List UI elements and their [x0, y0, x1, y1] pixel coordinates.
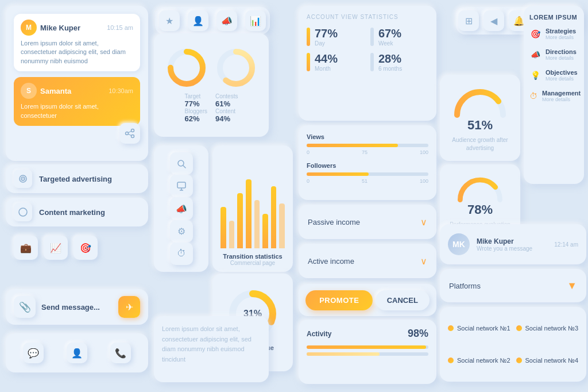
clip-icon: 📎	[14, 296, 36, 318]
views-max: 100	[420, 149, 428, 155]
list-label-1: Targeted advertising	[39, 175, 112, 183]
notif-avatar: MK	[448, 233, 470, 255]
toolbar-left: ★ 👤 📣 📊	[155, 7, 270, 34]
chat-icon[interactable]: 💬	[23, 343, 44, 363]
presentation-icon[interactable]	[170, 175, 193, 197]
list-item-targeted[interactable]: Targeted advertising	[6, 164, 148, 193]
followers-label: Followers	[307, 162, 428, 169]
avatar-mike: M	[21, 20, 37, 36]
stat-6months: 28% 6 months	[370, 52, 428, 72]
audience-arc	[454, 83, 506, 118]
back-icon[interactable]: ◀	[483, 10, 504, 31]
followers-track	[307, 172, 428, 176]
social-item-4: Social network №4	[516, 347, 579, 374]
menu-panel: LOREM IPSUM 🎯 Strategies More details 📣 …	[524, 6, 584, 184]
period-week: Week	[378, 40, 401, 47]
platforms-dropdown[interactable]: Platforms ▼	[440, 269, 586, 302]
active-income-dropdown[interactable]: Active income ∨	[299, 244, 436, 278]
svg-line-4	[129, 134, 131, 136]
target-label: Target	[185, 93, 207, 99]
active-arrow[interactable]: ∨	[420, 256, 427, 267]
target-val: 77%	[185, 99, 207, 108]
active-label: Active income	[308, 257, 354, 266]
directions-sub: More details	[546, 55, 577, 61]
timer-icon[interactable]: ⏱	[170, 243, 193, 265]
bottom-icons: 💬 👤 📞	[6, 333, 148, 372]
chat-panel: M Mike Kuper 10:15 am Lorem ipsum dolor …	[6, 6, 148, 161]
notif-name: Mike Kuper	[477, 237, 532, 245]
activity-fill-1	[307, 345, 426, 349]
chart2-icon[interactable]: 📈	[44, 236, 68, 260]
cancel-button[interactable]: CANCEL	[376, 290, 430, 310]
promote-button[interactable]: PROMOTE	[305, 290, 373, 310]
pct-week: 67%	[378, 27, 401, 40]
search-icon[interactable]	[170, 152, 193, 175]
avatar-samanta: S	[21, 83, 37, 99]
menu-item-objectives[interactable]: 💡 Objectives More details	[529, 69, 578, 82]
grid-icon[interactable]: ⊞	[458, 10, 479, 31]
chart-icon[interactable]: 📊	[245, 10, 266, 31]
chat-name-1: Mike Kuper	[40, 24, 80, 32]
menu-item-directions[interactable]: 📣 Directions More details	[529, 48, 578, 61]
target2-icon[interactable]: 🎯	[74, 236, 98, 260]
stat-grid: 77% Day 67% Week 44% Month 28% 6 months	[307, 27, 428, 72]
passive-arrow[interactable]: ∨	[420, 217, 427, 228]
platforms-arrow[interactable]: ▼	[567, 280, 577, 292]
views-followers-panel: Views 0 75 100 Followers 0 51 100	[299, 125, 436, 200]
chat-message-1: M Mike Kuper 10:15 am Lorem ipsum dolor …	[14, 14, 140, 71]
objectives-icon: 💡	[529, 71, 541, 80]
transition-sub: Commercial page	[230, 260, 275, 266]
send-button[interactable]: ✈	[118, 296, 140, 318]
lorem-text-panel: Lorem ipsum dolor sit amet, consectetuer…	[154, 316, 269, 382]
notif-sub: Wrote you a message	[477, 245, 532, 252]
briefcase-icon[interactable]: 💼	[14, 236, 38, 260]
network-icon[interactable]	[119, 123, 140, 144]
svg-line-3	[129, 131, 131, 133]
social-networks-panel: Social network №1 Social network №3 Soci…	[440, 307, 586, 382]
donut-target	[166, 47, 207, 89]
action-panel: PROMOTE CANCEL	[299, 284, 436, 316]
gear-icon[interactable]: ⚙	[170, 220, 193, 243]
star-icon[interactable]: ★	[159, 10, 180, 31]
megaphone-icon[interactable]: 📣	[216, 10, 237, 31]
phone-icon[interactable]: 📞	[110, 343, 131, 363]
account-title: ACCOUNT VIEW STATISTICS	[307, 14, 428, 20]
dot-2	[448, 358, 454, 363]
bar-8	[279, 203, 285, 248]
chat-message-2: S Samanta 10:30am Lorem ipsum dolor sit …	[14, 77, 140, 126]
pct-month: 44%	[315, 52, 338, 66]
menu-item-management[interactable]: ⏱ Management More details	[529, 90, 578, 102]
views-track	[307, 144, 428, 147]
activity-label: Activity	[307, 330, 331, 338]
donut-chart-panel: Target 77% Bloggers 62% Contests 61% Con…	[154, 33, 269, 137]
period-month: Month	[315, 66, 338, 72]
views-label: Views	[307, 133, 428, 140]
chat-text-1: Lorem ipsum dolor sit amet, consectetuer…	[21, 39, 133, 66]
menu-title: LOREM IPSUM	[529, 14, 578, 21]
contests-label: Contests	[215, 93, 238, 99]
list-item-content[interactable]: Content marketing	[6, 198, 148, 226]
list-label-2: Content marketing	[39, 208, 105, 217]
audience-panel: 51% Audience growth after advertising	[440, 75, 520, 161]
perf-pct: 78%	[467, 202, 493, 217]
pct-day: 77%	[315, 27, 338, 40]
bar-6months	[370, 53, 374, 71]
views-mid: 75	[362, 149, 368, 155]
stat-month: 44% Month	[307, 52, 365, 72]
bar-chart	[220, 179, 285, 248]
views-min: 0	[307, 149, 310, 155]
passive-income-dropdown[interactable]: Passive income ∨	[299, 205, 436, 239]
followers-nums: 0 51 100	[307, 178, 428, 184]
user-icon[interactable]: 👤	[188, 10, 208, 31]
user2-icon[interactable]: 👤	[67, 343, 87, 363]
views-nums: 0 75 100	[307, 149, 428, 155]
bloggers-val: 62%	[185, 114, 207, 123]
megaphone2-icon[interactable]: 📣	[170, 197, 193, 220]
management-label: Management	[542, 90, 581, 97]
social-item-2: Social network №2	[448, 347, 510, 374]
activity-track-1	[307, 345, 428, 349]
send-message[interactable]: 📎 Send message... ✈	[6, 289, 148, 325]
menu-item-strategies[interactable]: 🎯 Strategies More details	[529, 28, 578, 40]
svg-point-7	[22, 178, 24, 179]
svg-point-8	[19, 208, 27, 216]
